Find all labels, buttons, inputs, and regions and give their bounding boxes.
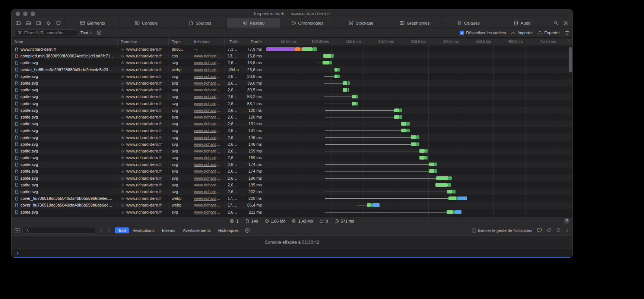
minimize-button[interactable] — [23, 12, 28, 16]
column-header-taille[interactable]: Taille — [225, 38, 242, 45]
column-header-initiateur[interactable]: Initiateur — [191, 38, 225, 45]
request-initiator-link[interactable]: www.richard-d… — [194, 189, 221, 194]
request-initiator-link[interactable]: www.richard-d… — [194, 128, 221, 133]
tab-network[interactable]: Réseau — [226, 18, 280, 28]
request-initiator-link[interactable]: www.richard-d… — [194, 67, 221, 72]
network-request-row[interactable]: sprite.svgwww.richard-dern.frsvgwww.rich… — [12, 141, 572, 148]
network-request-row[interactable]: sprite.svgwww.richard-dern.frsvgwww.rich… — [12, 100, 572, 107]
tab-storage[interactable]: Stockage — [334, 18, 388, 28]
console-scope-erreurs[interactable]: Erreurs — [159, 227, 179, 233]
tab-console[interactable]: Console — [119, 18, 173, 28]
network-request-row[interactable]: sprite.svgwww.richard-dern.frsvgwww.rich… — [12, 182, 572, 188]
network-request-row[interactable]: sprite.svgwww.richard-dern.frsvgwww.rich… — [12, 209, 572, 215]
request-initiator-link[interactable]: www.richard-d… — [194, 142, 221, 147]
request-initiator-link[interactable]: www.richard-d… — [194, 81, 221, 85]
network-request-row[interactable]: sprite.svgwww.richard-dern.frsvgwww.rich… — [12, 134, 572, 141]
network-request-row[interactable]: sprite.svgwww.richard-dern.frsvgwww.rich… — [12, 175, 572, 182]
disable-caches-checkbox[interactable]: Désactiver les caches — [460, 31, 506, 35]
tab-graphics[interactable]: Graphismes — [388, 18, 441, 28]
dock-right-icon[interactable] — [34, 19, 42, 27]
console-scope-tout[interactable]: Tout — [115, 227, 129, 233]
request-initiator-link[interactable]: www.richard-d… — [194, 54, 221, 58]
search-icon[interactable] — [552, 19, 560, 27]
zoom-button[interactable] — [31, 12, 35, 16]
request-initiator-link[interactable]: www.richard-d… — [194, 135, 221, 140]
network-request-row[interactable]: sprite.svgwww.richard-dern.frsvgwww.rich… — [12, 120, 572, 127]
resource-type-select[interactable]: Tout — [80, 31, 93, 35]
console-bubble-icon[interactable] — [537, 228, 542, 233]
network-request-row[interactable]: sprite.svgwww.richard-dern.frsvgwww.rich… — [12, 73, 572, 80]
column-header-nom[interactable]: Nom — [12, 38, 118, 45]
network-request-row[interactable]: www.richard-dern.frwww.richard-dern.frdo… — [12, 46, 572, 53]
network-request-row[interactable]: sprite.svgwww.richard-dern.frsvgwww.rich… — [12, 114, 572, 120]
network-request-row[interactable]: sprite.svgwww.richard-dern.frsvgwww.rich… — [12, 168, 572, 174]
network-request-row[interactable]: sprite.svgwww.richard-dern.frsvgwww.rich… — [12, 188, 572, 195]
network-request-row[interactable]: sprite.svgwww.richard-dern.frsvgwww.rich… — [12, 80, 572, 86]
console-scope-historiques[interactable]: Historiques — [215, 227, 242, 233]
dock-left-icon[interactable] — [14, 19, 22, 27]
emulate-user-gesture-checkbox[interactable]: Émuler le geste de l'utilisateur — [472, 228, 533, 233]
network-request-row[interactable]: cover_hu736519dc3b5040cfa48b6b559b6de6ec… — [12, 195, 572, 202]
network-request-row[interactable]: cover_hu736519dc3b5040cfa48b6b559b6de6ec… — [12, 202, 572, 208]
request-initiator-link[interactable]: www.richard-d… — [194, 94, 221, 99]
tab-sources[interactable]: Sources — [173, 18, 226, 28]
console-scope-avertissements[interactable]: Avertissements — [180, 227, 214, 233]
request-initiator-link[interactable]: www.richard-d… — [194, 162, 221, 167]
tab-layers[interactable]: Calques — [441, 18, 495, 28]
request-initiator-link[interactable]: www.richard-d… — [194, 203, 221, 207]
clear-network-trash-icon[interactable] — [565, 30, 570, 35]
column-header-durée[interactable]: Durée — [242, 38, 265, 45]
network-request-row[interactable]: sprite.svgwww.richard-dern.frsvgwww.rich… — [12, 127, 572, 134]
tab-audit[interactable]: Audit — [495, 18, 549, 28]
filter-options-icon[interactable] — [96, 30, 102, 35]
network-request-row[interactable]: compiled.min.38390909f303624ed9e1cf1bd3f… — [12, 53, 572, 59]
request-initiator-link[interactable]: www.richard-d… — [194, 88, 221, 92]
device-icon[interactable] — [54, 19, 63, 27]
export-button[interactable]: Exporter — [537, 30, 560, 35]
request-initiator-link[interactable]: www.richard-d… — [194, 155, 221, 160]
column-header-domaine[interactable]: Domaine — [118, 38, 169, 45]
network-request-row[interactable]: sprite.svgwww.richard-dern.frsvgwww.rich… — [12, 107, 572, 114]
tab-elements[interactable]: Éléments — [66, 18, 119, 28]
network-request-row[interactable]: sprite.svgwww.richard-dern.frsvgwww.rich… — [12, 86, 572, 93]
reload-icon[interactable] — [546, 228, 551, 233]
request-initiator-link[interactable]: www.richard-d… — [194, 101, 221, 106]
url-filter-input[interactable]: Filtrer l'URL complète — [15, 29, 77, 36]
request-initiator-link[interactable]: www.richard-d… — [194, 122, 221, 126]
request-initiator-link[interactable]: www.richard-d… — [194, 196, 221, 201]
timeline-collapse-icon[interactable] — [567, 39, 571, 43]
request-initiator-link[interactable]: www.richard-d… — [194, 176, 221, 180]
console-filter-options-icon[interactable] — [245, 228, 250, 233]
clear-console-trash-icon[interactable] — [556, 228, 561, 233]
network-request-row[interactable]: sprite.svgwww.richard-dern.frsvgwww.rich… — [12, 154, 572, 161]
element-picker-icon[interactable] — [44, 19, 53, 27]
request-initiator-link[interactable]: www.richard-d… — [194, 60, 221, 65]
request-initiator-link[interactable]: www.richard-d… — [194, 74, 221, 79]
dock-bottom-icon[interactable] — [24, 19, 32, 27]
help-button[interactable]: ? — [564, 218, 570, 224]
gear-icon[interactable] — [562, 19, 570, 27]
request-initiator-link[interactable]: www.richard-d… — [194, 115, 221, 119]
column-header-type[interactable]: Type — [169, 38, 191, 45]
console-search-input[interactable] — [22, 227, 95, 234]
table-scrollbar[interactable] — [569, 47, 572, 72]
network-request-row[interactable]: sprite.svgwww.richard-dern.frsvgwww.rich… — [12, 59, 572, 66]
console-prompt[interactable] — [12, 249, 572, 258]
console-scope-évaluations[interactable]: Évaluations — [130, 227, 158, 233]
close-button[interactable] — [16, 12, 20, 16]
network-request-row[interactable]: sprite.svgwww.richard-dern.frsvgwww.rich… — [12, 93, 572, 100]
request-initiator-link[interactable]: www.richard-d… — [194, 169, 221, 173]
network-request-row[interactable]: avatar_hu85ecc3e298728880b0bde2dcc4e5c23… — [12, 66, 572, 73]
forward-chevron-icon[interactable] — [107, 228, 111, 233]
console-scope-icon[interactable] — [15, 228, 20, 233]
expand-console-icon[interactable] — [565, 228, 570, 233]
request-initiator-link[interactable]: www.richard-d… — [194, 210, 221, 214]
request-initiator-link[interactable]: www.richard-d… — [194, 149, 221, 153]
tab-timelines[interactable]: Chronologies — [280, 18, 334, 28]
request-initiator-link[interactable]: www.richard-d… — [194, 183, 221, 187]
request-initiator-link[interactable]: www.richard-d… — [194, 108, 221, 113]
back-chevron-icon[interactable] — [99, 228, 104, 233]
network-request-row[interactable]: sprite.svgwww.richard-dern.frsvgwww.rich… — [12, 148, 572, 154]
import-button[interactable]: Importer — [511, 30, 533, 35]
network-request-row[interactable]: sprite.svgwww.richard-dern.frsvgwww.rich… — [12, 161, 572, 168]
